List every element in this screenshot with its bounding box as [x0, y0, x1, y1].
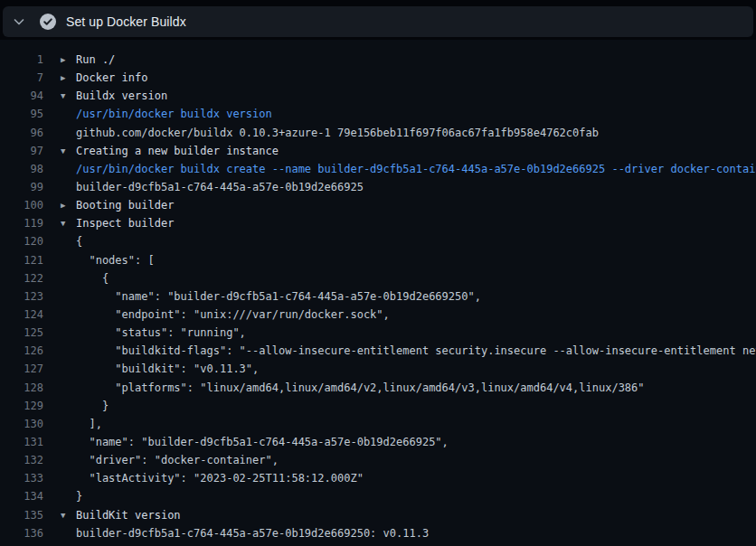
log-output-text: }: [76, 490, 82, 503]
line-number[interactable]: 121: [0, 254, 43, 267]
log-group-title: Inspect builder: [76, 217, 174, 230]
log-output-text: {: [76, 272, 109, 285]
line-number[interactable]: 95: [0, 108, 43, 120]
log-line[interactable]: 7▶Docker info: [0, 69, 756, 87]
log-output-text: {: [76, 235, 82, 248]
line-number[interactable]: 7: [0, 71, 43, 84]
caret-expanded-icon[interactable]: ▼: [43, 91, 76, 100]
chevron-down-icon[interactable]: [12, 14, 26, 29]
log-line: 123 "name": "builder-d9cfb5a1-c764-445a-…: [0, 287, 756, 306]
log-line: 134}: [0, 487, 756, 505]
log-output-text: "buildkit": "v0.11.3",: [76, 362, 259, 375]
log-group-title: Docker info: [76, 71, 147, 84]
log-output-text: "buildkitd-flags": "--allow-insecure-ent…: [76, 344, 756, 357]
step-title: Set up Docker Buildx: [66, 14, 186, 29]
log-line: 129 }: [0, 397, 756, 415]
line-number[interactable]: 135: [0, 509, 43, 522]
log-output-text: "driver": "docker-container",: [76, 454, 279, 466]
log-group-title: BuildKit version: [76, 509, 181, 522]
line-number[interactable]: 122: [0, 272, 43, 285]
log-group-title: Creating a new builder instance: [76, 145, 279, 157]
line-number[interactable]: 130: [0, 418, 43, 430]
line-number[interactable]: 124: [0, 308, 43, 321]
log-line[interactable]: 135▼BuildKit version: [0, 506, 756, 524]
log-container: 1▶Run ./7▶Docker info94▼Buildx version95…: [0, 40, 756, 546]
log-line: 122 {: [0, 269, 756, 287]
log-output-text: builder-d9cfb5a1-c764-445a-a57e-0b19d2e6…: [76, 181, 364, 193]
log-output-text: }: [76, 400, 109, 412]
line-number[interactable]: 126: [0, 344, 43, 357]
log-line[interactable]: 97▼Creating a new builder instance: [0, 142, 756, 160]
log-group-title: Booting builder: [76, 199, 174, 212]
log-group-title: Run ./: [76, 53, 115, 66]
log-output-text: "platforms": "linux/amd64,linux/amd64/v2…: [76, 381, 645, 394]
line-number[interactable]: 98: [0, 163, 43, 175]
log-line: 121 "nodes": [: [0, 251, 756, 269]
log-output-text: "name": "builder-d9cfb5a1-c764-445a-a57e…: [76, 436, 449, 448]
log-line: 136builder-d9cfb5a1-c764-445a-a57e-0b19d…: [0, 524, 756, 542]
log-line: 125 "status": "running",: [0, 324, 756, 342]
log-group-title: Buildx version: [76, 89, 167, 102]
check-circle-icon: [39, 13, 57, 31]
log-output-text: "nodes": [: [76, 254, 155, 267]
log-line: 99builder-d9cfb5a1-c764-445a-a57e-0b19d2…: [0, 178, 756, 196]
line-number[interactable]: 133: [0, 472, 43, 485]
line-number[interactable]: 120: [0, 235, 43, 248]
log-output-text: builder-d9cfb5a1-c764-445a-a57e-0b19d2e6…: [76, 527, 429, 540]
log-line: 98/usr/bin/docker buildx create --name b…: [0, 160, 756, 178]
line-number[interactable]: 96: [0, 127, 43, 139]
log-output-text: "endpoint": "unix:///var/run/docker.sock…: [76, 308, 390, 321]
log-output-text: "lastActivity": "2023-02-25T11:58:12.000…: [76, 472, 364, 485]
log-line: 120{: [0, 232, 756, 250]
line-number[interactable]: 97: [0, 145, 43, 157]
log-line: 127 "buildkit": "v0.11.3",: [0, 360, 756, 378]
caret-collapsed-icon[interactable]: ▶: [43, 55, 76, 64]
line-number[interactable]: 1: [0, 53, 43, 66]
log-command-text: /usr/bin/docker buildx create --name bui…: [76, 163, 756, 175]
line-number[interactable]: 136: [0, 527, 43, 540]
line-number[interactable]: 132: [0, 454, 43, 466]
line-number[interactable]: 134: [0, 490, 43, 503]
log-output-text: "status": "running",: [76, 326, 246, 339]
log-line: 95/usr/bin/docker buildx version: [0, 105, 756, 123]
line-number[interactable]: 100: [0, 199, 43, 212]
line-number[interactable]: 94: [0, 89, 43, 102]
log-line: 131 "name": "builder-d9cfb5a1-c764-445a-…: [0, 433, 756, 451]
log-line: 128 "platforms": "linux/amd64,linux/amd6…: [0, 379, 756, 397]
step-header-wrap: Set up Docker Buildx: [0, 0, 756, 40]
log-line: 132 "driver": "docker-container",: [0, 451, 756, 469]
log-line: 124 "endpoint": "unix:///var/run/docker.…: [0, 306, 756, 324]
log-line[interactable]: 119▼Inspect builder: [0, 214, 756, 232]
step-header[interactable]: Set up Docker Buildx: [3, 6, 753, 37]
caret-expanded-icon[interactable]: ▼: [43, 219, 76, 228]
caret-expanded-icon[interactable]: ▼: [43, 146, 76, 155]
caret-collapsed-icon[interactable]: ▶: [43, 73, 76, 82]
caret-collapsed-icon[interactable]: ▶: [43, 201, 76, 210]
line-number[interactable]: 119: [0, 217, 43, 230]
line-number[interactable]: 125: [0, 326, 43, 339]
log-line[interactable]: 1▶Run ./: [0, 51, 756, 69]
line-number[interactable]: 123: [0, 290, 43, 303]
caret-expanded-icon[interactable]: ▼: [43, 511, 76, 520]
line-number[interactable]: 129: [0, 400, 43, 412]
log-line: 126 "buildkitd-flags": "--allow-insecure…: [0, 342, 756, 360]
log-output-text: ],: [76, 418, 102, 430]
line-number[interactable]: 127: [0, 362, 43, 375]
log-output-text: github.com/docker/buildx 0.10.3+azure-1 …: [76, 127, 599, 139]
log-command-text: /usr/bin/docker buildx version: [76, 108, 272, 120]
log-line: 96github.com/docker/buildx 0.10.3+azure-…: [0, 124, 756, 142]
line-number[interactable]: 131: [0, 436, 43, 448]
log-output-text: "name": "builder-d9cfb5a1-c764-445a-a57e…: [76, 290, 481, 303]
log-line: 130 ],: [0, 415, 756, 433]
log-line[interactable]: 94▼Buildx version: [0, 87, 756, 105]
line-number[interactable]: 128: [0, 381, 43, 394]
log-line: 133 "lastActivity": "2023-02-25T11:58:12…: [0, 469, 756, 487]
line-number[interactable]: 99: [0, 181, 43, 193]
log-line[interactable]: 100▶Booting builder: [0, 196, 756, 214]
